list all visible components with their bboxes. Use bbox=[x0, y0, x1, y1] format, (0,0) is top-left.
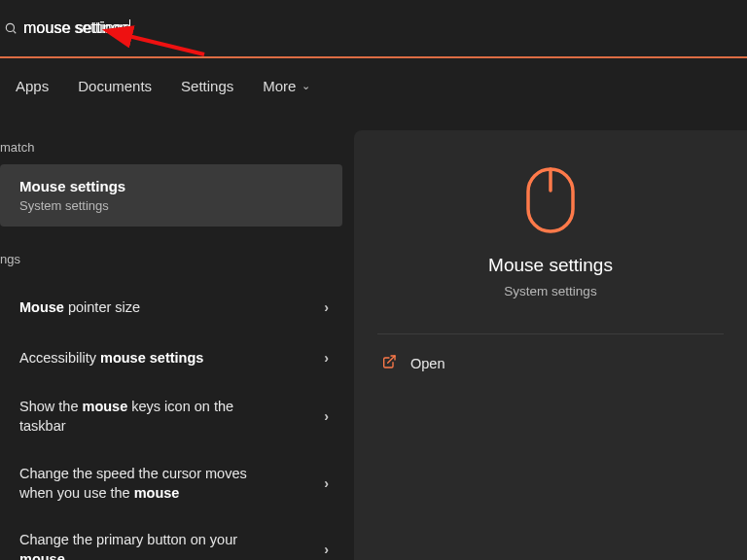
preview-panel: Mouse settings System settings Open bbox=[354, 130, 747, 560]
best-match-title: Mouse settings bbox=[19, 178, 327, 194]
settings-group-heading: ngs bbox=[0, 244, 350, 276]
accent-underline bbox=[0, 56, 747, 58]
search-filter-tabs: Apps Documents Settings More ⌄ bbox=[0, 58, 747, 116]
tab-documents[interactable]: Documents bbox=[78, 78, 152, 94]
svg-line-4 bbox=[388, 356, 395, 363]
tab-settings[interactable]: Settings bbox=[181, 78, 233, 94]
open-label: Open bbox=[410, 356, 445, 371]
chevron-right-icon: › bbox=[324, 408, 329, 424]
open-action[interactable]: Open bbox=[354, 334, 747, 393]
tab-more-label: More bbox=[263, 78, 296, 94]
result-cursor-speed[interactable]: Change the speed the cursor moves when y… bbox=[0, 450, 350, 517]
best-match-heading: match bbox=[0, 132, 350, 164]
chevron-right-icon: › bbox=[324, 542, 329, 557]
chevron-right-icon: › bbox=[324, 475, 329, 491]
chevron-right-icon: › bbox=[324, 299, 329, 315]
preview-title: Mouse settings bbox=[488, 255, 613, 276]
chevron-down-icon: ⌄ bbox=[302, 80, 310, 92]
result-accessibility-mouse-settings[interactable]: Accessibility mouse settings › bbox=[0, 332, 350, 383]
tab-more[interactable]: More ⌄ bbox=[263, 78, 310, 94]
svg-line-1 bbox=[14, 31, 17, 34]
search-input[interactable] bbox=[18, 14, 747, 43]
best-match-subtitle: System settings bbox=[19, 198, 327, 213]
best-match-item[interactable]: Mouse settings System settings bbox=[0, 164, 342, 227]
preview-subtitle: System settings bbox=[504, 284, 596, 298]
tab-apps[interactable]: Apps bbox=[16, 78, 49, 94]
mouse-icon bbox=[523, 165, 578, 239]
result-mouse-pointer-size[interactable]: Mouse pointer size › bbox=[0, 282, 350, 332]
svg-point-0 bbox=[6, 23, 14, 31]
open-external-icon bbox=[381, 354, 397, 373]
chevron-right-icon: › bbox=[324, 350, 329, 366]
settings-results-list: Mouse pointer size › Accessibility mouse… bbox=[0, 282, 350, 560]
results-column: match Mouse settings System settings ngs… bbox=[0, 130, 350, 560]
result-primary-button[interactable]: Change the primary button on your mouse … bbox=[0, 516, 350, 560]
search-bar: mouse settings bbox=[0, 0, 747, 56]
search-icon bbox=[0, 21, 18, 35]
result-show-mouse-keys-icon[interactable]: Show the mouse keys icon on the taskbar … bbox=[0, 383, 350, 450]
